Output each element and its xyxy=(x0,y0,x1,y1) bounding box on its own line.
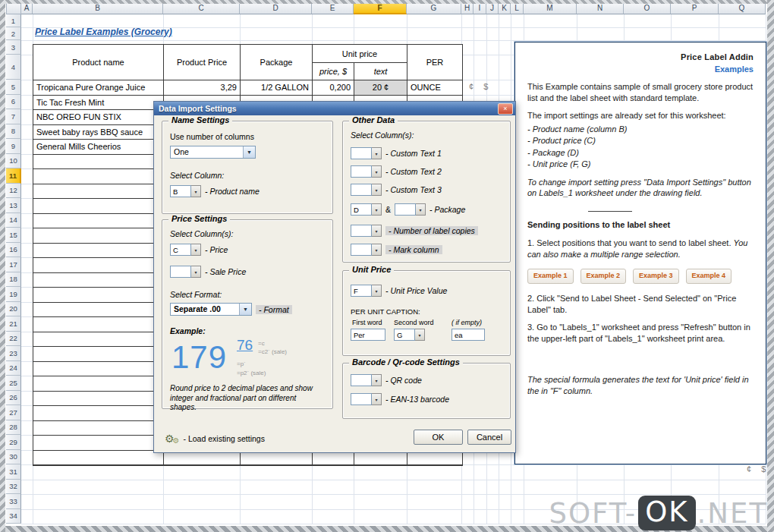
cell-name-row11[interactable] xyxy=(33,169,164,184)
row-header-20[interactable]: 20 xyxy=(6,302,21,317)
cell-name-row10[interactable] xyxy=(33,155,164,170)
column-header-O[interactable]: O xyxy=(624,2,671,14)
column-header-D[interactable]: D xyxy=(240,2,312,14)
row-header-9[interactable]: 9 xyxy=(6,139,21,154)
row-header-12[interactable]: 12 xyxy=(6,184,21,199)
cell-name-row7[interactable]: NBC OREO FUN STIX xyxy=(33,110,164,125)
cell-name-row6[interactable]: Tic Tac Fresh Mint xyxy=(33,96,164,111)
column-header-A[interactable]: A xyxy=(21,2,33,14)
cell-name-row19[interactable] xyxy=(33,288,164,303)
row-header-14[interactable]: 14 xyxy=(6,213,21,228)
qr-code-field[interactable]: ▾ xyxy=(351,374,382,386)
column-header-K[interactable]: K xyxy=(499,2,511,14)
column-header-P[interactable]: P xyxy=(671,2,719,14)
row-header-19[interactable]: 19 xyxy=(6,287,21,302)
cell-name-row5[interactable]: Tropicana Pure Orange Juice xyxy=(33,80,164,96)
custom-text-2-field[interactable]: ▾ xyxy=(351,165,382,178)
row-header-16[interactable]: 16 xyxy=(6,243,21,258)
if-empty-input[interactable]: ea xyxy=(452,329,485,341)
cell-name-row12[interactable] xyxy=(33,184,164,200)
cell-name-row27[interactable] xyxy=(33,406,164,421)
column-header-B[interactable]: B xyxy=(33,2,163,14)
example-button-3[interactable]: Example 3 xyxy=(633,269,679,284)
cell-name-row23[interactable] xyxy=(33,347,164,362)
row-header-2[interactable]: 2 xyxy=(6,27,21,40)
custom-text-3-field[interactable]: ▾ xyxy=(351,184,382,196)
row-header-21[interactable]: 21 xyxy=(6,316,21,332)
column-header-F[interactable]: F xyxy=(354,2,407,14)
ok-button[interactable]: OK xyxy=(414,430,463,445)
dropdown-icon[interactable]: ▾ xyxy=(415,329,425,341)
cell-name-row24[interactable] xyxy=(33,362,164,377)
row-header-29[interactable]: 29 xyxy=(6,435,21,450)
ean-barcode-field[interactable]: ▾ xyxy=(351,393,382,405)
header-per[interactable]: PER xyxy=(407,45,462,80)
row-header-1[interactable]: 1 xyxy=(6,14,21,27)
row-header-17[interactable]: 17 xyxy=(6,257,21,272)
chevron-down-icon[interactable]: ▼ xyxy=(239,304,251,315)
header-product-name[interactable]: Product name xyxy=(33,45,164,80)
cell-name-row15[interactable] xyxy=(33,228,164,244)
example-button-4[interactable]: Example 4 xyxy=(686,269,732,284)
row-header-18[interactable]: 18 xyxy=(6,272,21,288)
row-header-4[interactable]: 4 xyxy=(6,55,21,80)
dialog-close-button[interactable]: × xyxy=(498,103,513,115)
dropdown-icon[interactable]: ▾ xyxy=(191,185,201,197)
row-header-31[interactable]: 31 xyxy=(6,464,21,480)
package-column-field[interactable]: D▾ xyxy=(351,203,382,216)
cell-name-row22[interactable] xyxy=(33,332,164,348)
row-header-25[interactable]: 25 xyxy=(6,376,21,391)
cell-name-row13[interactable] xyxy=(33,199,164,214)
price-column-field[interactable]: C▾ xyxy=(170,244,201,256)
header-package[interactable]: Package xyxy=(241,45,313,80)
chevron-down-icon[interactable]: ▼ xyxy=(243,146,255,158)
row-header-3[interactable]: 3 xyxy=(6,40,21,55)
format-combobox[interactable]: Separate .00 ▼ xyxy=(170,303,252,316)
column-header-H[interactable]: H xyxy=(461,2,474,14)
dialog-titlebar[interactable]: Data Import Settings × xyxy=(154,102,515,115)
column-header-I[interactable]: I xyxy=(474,2,486,14)
unit-price-column-field[interactable]: F▾ xyxy=(351,285,382,297)
cell-name-row30[interactable] xyxy=(33,451,164,466)
dropdown-icon[interactable]: ▾ xyxy=(372,184,382,196)
dropdown-icon[interactable]: ▾ xyxy=(191,266,201,278)
dropdown-icon[interactable]: ▾ xyxy=(372,393,382,405)
cell-name-row25[interactable] xyxy=(33,376,164,392)
cell-name-row17[interactable] xyxy=(33,258,164,273)
cell-name-row8[interactable]: Sweet baby rays BBQ sauce xyxy=(33,125,164,140)
cell-name-row26[interactable] xyxy=(33,392,164,407)
header-price-sub[interactable]: price, $ xyxy=(313,63,354,80)
cell-unit_value-row5[interactable]: 0,200 xyxy=(313,80,354,96)
dropdown-icon[interactable]: ▾ xyxy=(372,203,382,216)
row-header-13[interactable]: 13 xyxy=(6,198,21,213)
column-header-Q[interactable]: Q xyxy=(719,2,766,14)
row-header-33[interactable]: 33 xyxy=(6,494,21,509)
header-product-price[interactable]: Product Price xyxy=(164,45,241,80)
header-unit-price[interactable]: Unit price xyxy=(313,45,407,63)
row-header-27[interactable]: 27 xyxy=(6,405,21,420)
package-column-field-2[interactable]: ▾ xyxy=(395,203,426,216)
load-existing-settings[interactable]: ⚙⚙ - Load existing settings xyxy=(165,433,265,445)
panel-examples-link[interactable]: Examples xyxy=(527,64,754,75)
column-header-M[interactable]: M xyxy=(524,2,577,14)
cell-name-row21[interactable] xyxy=(33,317,164,332)
row-header-6[interactable]: 6 xyxy=(6,95,21,110)
cell-package-row5[interactable]: 1/2 GALLON xyxy=(241,80,313,96)
row-header-24[interactable]: 24 xyxy=(6,361,21,376)
row-header-26[interactable]: 26 xyxy=(6,391,21,406)
dropdown-icon[interactable]: ▾ xyxy=(372,285,382,297)
dropdown-icon[interactable]: ▾ xyxy=(372,165,382,178)
cell-name-row18[interactable] xyxy=(33,273,164,288)
cell-per-row5[interactable]: OUNCE xyxy=(407,80,462,96)
column-header-C[interactable]: C xyxy=(163,2,240,14)
cell-name-row14[interactable] xyxy=(33,214,164,229)
cell-unit_text-row5[interactable]: 20 ¢ xyxy=(354,80,407,96)
product-name-column-field[interactable]: B▾ xyxy=(170,185,201,197)
dropdown-icon[interactable]: ▾ xyxy=(372,374,382,386)
row-header-8[interactable]: 8 xyxy=(6,124,21,140)
columns-count-combobox[interactable]: One ▼ xyxy=(170,146,256,159)
example-button-1[interactable]: Example 1 xyxy=(527,269,574,284)
header-text-sub[interactable]: text xyxy=(354,63,407,80)
dropdown-icon[interactable]: ▾ xyxy=(372,147,382,159)
row-header-34[interactable]: 34 xyxy=(6,509,21,524)
